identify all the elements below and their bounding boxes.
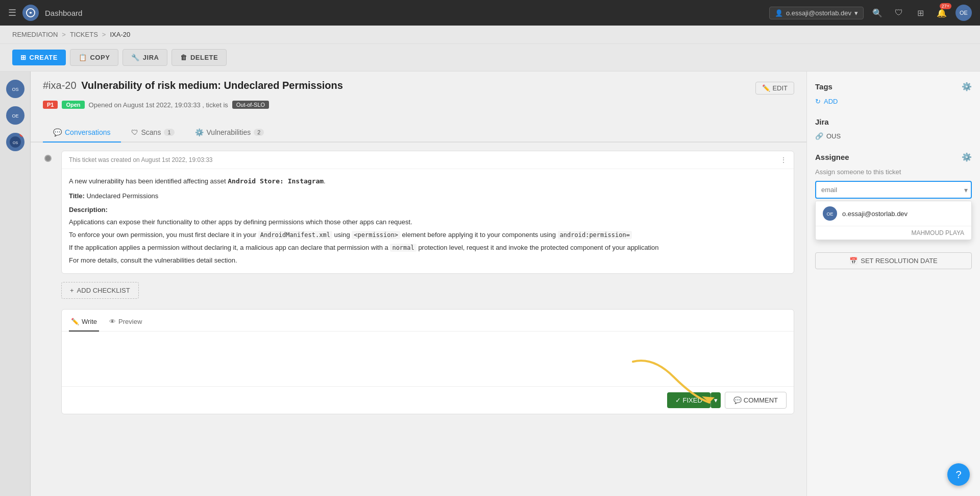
tags-title: Tags (815, 82, 832, 91)
slo-badge: Out-of-SLO (232, 101, 269, 109)
fixed-dropdown-button[interactable]: ▾ (710, 392, 721, 408)
tab-scans[interactable]: 🛡 Scans 1 (121, 123, 185, 143)
conversation-area: This ticket was created on August 1st 20… (61, 151, 794, 414)
add-tag-button[interactable]: ↻ ADD (815, 98, 838, 105)
preview-tab[interactable]: 👁 Preview (107, 315, 144, 332)
code3: android:permission= (558, 231, 632, 239)
conversations-icon: 💬 (53, 128, 62, 136)
suggestion-email: o.essaji@ostorlab.dev (842, 210, 908, 218)
desc-line1: Applications can expose their functional… (69, 217, 787, 228)
fixed-button[interactable]: ✓ FIXED (667, 392, 710, 408)
comment-area: ✏️ Write 👁 Preview (61, 309, 794, 414)
desc-line2c: element before applying it to your compo… (402, 231, 556, 239)
fixed-btn-group: ✓ FIXED ▾ (667, 392, 721, 408)
create-button[interactable]: ⊞ CREATE (12, 50, 66, 65)
ticket-id: #ixa-20 (43, 80, 77, 91)
suggestion-more[interactable]: MAHMOUD PLAYA (816, 226, 971, 240)
main-content: OS OE OS 5 #ixa-20 Vulnerability of risk… (0, 72, 980, 496)
hamburger-icon[interactable]: ☰ (8, 7, 16, 18)
copy-icon: 📋 (79, 54, 87, 61)
write-icon: ✏️ (71, 318, 79, 325)
gear-tab-icon: ⚙️ (195, 128, 204, 136)
shield-icon[interactable]: 🛡 (891, 5, 906, 20)
breadcrumb-sep-1: > (62, 31, 66, 38)
comment-button[interactable]: 💬 COMMENT (725, 392, 787, 409)
timeline-dot (44, 155, 52, 162)
tabs-bar: 💬 Conversations 🛡 Scans 1 ⚙️ Vulnerabili… (31, 115, 806, 143)
search-icon[interactable]: 🔍 (870, 5, 885, 20)
side-notification-badge: 5 (19, 133, 24, 137)
resolution-section: 📅 SET RESOLUTION DATE (815, 252, 972, 269)
assignee-title: Assignee (815, 153, 849, 161)
plus-icon: + (70, 287, 74, 294)
input-chevron-icon[interactable]: ▾ (964, 186, 968, 194)
add-checklist-button[interactable]: + ADD CHECKLIST (61, 282, 139, 299)
help-button[interactable]: ? (947, 463, 970, 486)
scans-badge: 1 (164, 129, 174, 136)
comment-textarea[interactable] (69, 338, 787, 379)
jira-title: Jira (815, 117, 829, 126)
timeline (43, 151, 53, 414)
body-asset-name: Android Store: Instagram (228, 177, 324, 185)
comment-footer: ✓ FIXED ▾ 💬 COMMENT (62, 386, 794, 414)
message-card: This ticket was created on August 1st 20… (61, 151, 794, 274)
comment-tabs: ✏️ Write 👁 Preview (62, 310, 794, 332)
set-resolution-button[interactable]: 📅 SET RESOLUTION DATE (815, 252, 972, 269)
assignee-email-input[interactable] (815, 181, 972, 199)
svg-text:OS: OS (12, 87, 18, 92)
body-line1: A new vulnerability has been identified … (69, 177, 226, 185)
assignee-gear-icon[interactable]: ⚙️ (962, 152, 972, 162)
desc-line2: To enforce your own permission, you must… (69, 231, 256, 239)
side-avatar-3[interactable]: OS 5 (6, 133, 24, 151)
copy-button[interactable]: 📋 COPY (70, 49, 118, 66)
breadcrumb-sep-2: > (102, 31, 106, 38)
more-icon[interactable]: ⋮ (780, 156, 787, 163)
write-tab[interactable]: ✏️ Write (69, 315, 99, 332)
delete-button[interactable]: 🗑 DELETE (172, 49, 227, 66)
jira-icon: 🔧 (131, 54, 140, 61)
app-logo (22, 5, 39, 21)
ticket-header: #ixa-20 Vulnerability of risk medium: Un… (31, 72, 806, 101)
edit-icon: ✏️ (762, 84, 770, 92)
assignee-section: Assignee ⚙️ Assign someone to this ticke… (815, 152, 972, 240)
user-selector[interactable]: 👤 o.essaji@ostorlab.dev ▾ (769, 7, 864, 19)
edit-button[interactable]: ✏️ EDIT (755, 82, 794, 95)
tab-vulnerabilities[interactable]: ⚙️ Vulnerabilities 2 (185, 123, 275, 143)
desc-line4: For more details, consult the vulnerabil… (69, 255, 787, 266)
grid-icon[interactable]: ⊞ (913, 5, 928, 20)
check-icon: ✓ (675, 396, 681, 404)
right-sidebar: Tags ⚙️ ↻ ADD Jira 🔗 OUS Assignee ⚙️ (806, 72, 980, 496)
trash-icon: 🗑 (180, 54, 187, 61)
code1: AndroidManifest.xml (258, 231, 332, 239)
side-avatar-2[interactable]: OE (6, 106, 24, 125)
top-nav: ☰ Dashboard 👤 o.essaji@ostorlab.dev ▾ 🔍 … (0, 0, 980, 26)
breadcrumb-remediation[interactable]: REMEDIATION (12, 31, 58, 38)
app-title: Dashboard (45, 9, 82, 17)
toolbar: ⊞ CREATE 📋 COPY 🔧 JIRA 🗑 DELETE (0, 44, 980, 72)
center-panel: #ixa-20 Vulnerability of risk medium: Un… (31, 72, 806, 496)
code2: <permission> (352, 231, 400, 239)
tab-conversations[interactable]: 💬 Conversations (43, 123, 121, 143)
shield-tab-icon: 🛡 (131, 128, 138, 136)
suggestion-item-1[interactable]: OE o.essaji@ostorlab.dev (816, 201, 971, 226)
tags-gear-icon[interactable]: ⚙️ (962, 82, 972, 91)
eye-icon: 👁 (109, 318, 116, 325)
breadcrumb: REMEDIATION > TICKETS > IXA-20 (0, 26, 980, 44)
jira-link[interactable]: 🔗 OUS (815, 132, 972, 140)
tags-section: Tags ⚙️ ↻ ADD (815, 82, 972, 105)
chevron-down-icon: ▾ (854, 9, 858, 17)
side-avatar-1[interactable]: OS (6, 80, 24, 98)
desc-line3: If the application applies a permission … (69, 244, 388, 251)
ticket-name: Vulnerability of risk medium: Undeclared… (81, 80, 343, 91)
ticket-meta: P1 Open Opened on August 1st 2022, 19:03… (31, 101, 806, 115)
refresh-icon: ↻ (815, 98, 821, 105)
comment-icon: 💬 (733, 396, 742, 404)
comment-input-area[interactable] (62, 332, 794, 386)
message-timestamp: This ticket was created on August 1st 20… (69, 156, 213, 163)
notification-bell[interactable]: 🔔 27+ (934, 5, 949, 20)
breadcrumb-tickets[interactable]: TICKETS (70, 31, 98, 38)
jira-button[interactable]: 🔧 JIRA (122, 49, 167, 66)
priority-badge: P1 (43, 101, 58, 109)
avatar[interactable]: OE (955, 5, 972, 21)
title-label: Title: (69, 192, 85, 200)
